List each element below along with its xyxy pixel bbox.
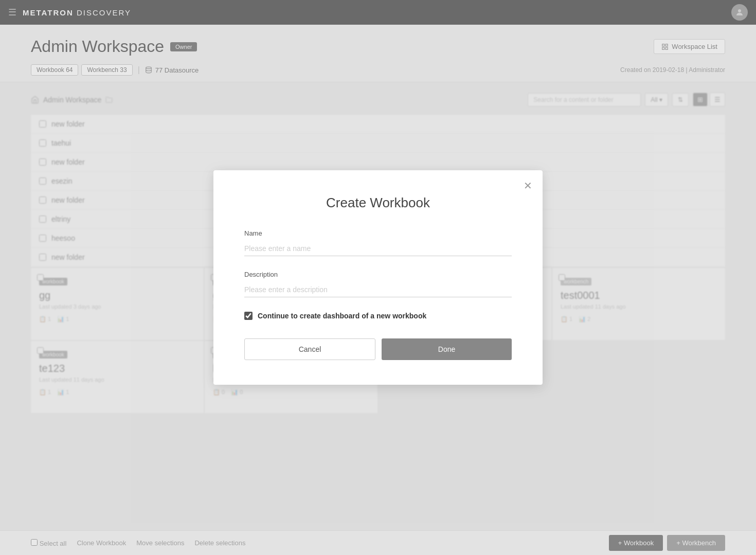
modal-buttons: Cancel Done — [244, 338, 512, 360]
done-button[interactable]: Done — [382, 338, 512, 360]
name-input[interactable] — [244, 241, 512, 256]
description-label: Description — [244, 271, 512, 278]
modal-overlay: ✕ Create Workbook Name Description Conti… — [0, 0, 756, 555]
description-input[interactable] — [244, 282, 512, 297]
continue-checkbox[interactable] — [244, 312, 253, 320]
continue-checkbox-row: Continue to create dashboard of a new wo… — [244, 312, 512, 320]
name-field: Name — [244, 229, 512, 256]
cancel-button[interactable]: Cancel — [244, 338, 375, 360]
name-label: Name — [244, 229, 512, 237]
modal-title: Create Workbook — [244, 195, 512, 211]
continue-label: Continue to create dashboard of a new wo… — [258, 312, 426, 320]
create-workbook-modal: ✕ Create Workbook Name Description Conti… — [213, 170, 543, 385]
description-field: Description — [244, 271, 512, 297]
modal-close-button[interactable]: ✕ — [524, 181, 532, 191]
